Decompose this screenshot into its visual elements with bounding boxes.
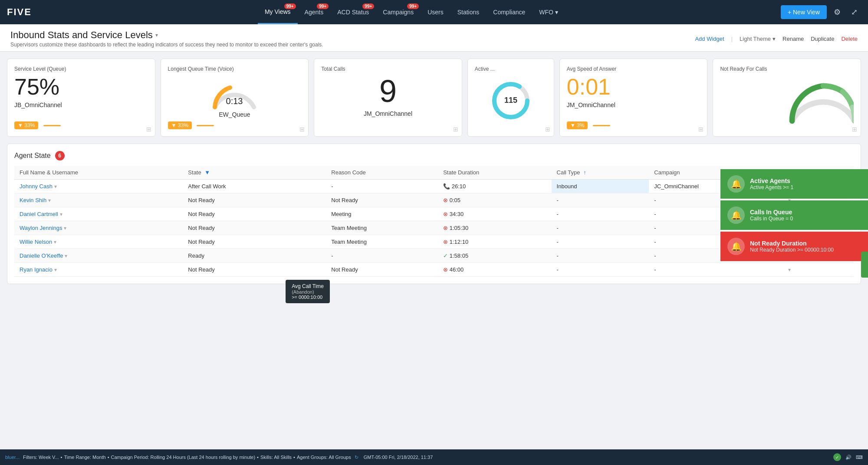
agent-chevron-icon[interactable]: ▾ bbox=[48, 197, 51, 203]
agent-name-cell: Kevin Shih ▾ bbox=[14, 193, 183, 207]
widget-not-ready-corner: ⊞ bbox=[852, 126, 857, 133]
agent-state-header: Agent State 6 bbox=[14, 151, 854, 160]
notif-calls-in-queue-text: Calls In Queue Calls in Queue = 0 bbox=[750, 209, 793, 222]
agent-name-link[interactable]: Willie Nelson bbox=[20, 239, 52, 245]
widget-longest-queue-title: Longest Queue Time (Voice) bbox=[168, 66, 302, 72]
x-circle-icon: ⊗ bbox=[443, 225, 448, 231]
not-ready-gauge bbox=[784, 75, 854, 128]
filter-settings-button[interactable]: ⚙ bbox=[830, 6, 844, 19]
svg-text:115: 115 bbox=[504, 96, 517, 105]
agent-filter-cell bbox=[301, 193, 326, 207]
widget-avg-speed-footer: ▼ 3% bbox=[567, 121, 610, 129]
col-state: State ▼ bbox=[183, 166, 300, 180]
widget-longest-queue-corner: ⊞ bbox=[299, 126, 305, 133]
dashboard-title-arrow[interactable]: ▾ bbox=[155, 32, 158, 38]
agent-state-count: 6 bbox=[55, 151, 65, 160]
agent-duration-cell: 📞 26:10 bbox=[438, 180, 551, 193]
agent-call-type-cell: Inbound bbox=[552, 180, 649, 193]
notif-calls-in-queue-bell: 🔔 bbox=[727, 206, 745, 224]
notif-not-ready-duration-subtitle: Not Ready Duration >= 00000:10:00 bbox=[750, 247, 834, 253]
service-level-badge: ▼ 33% bbox=[14, 121, 38, 129]
agent-filter-cell bbox=[301, 235, 326, 249]
agent-name-link[interactable]: Danielle O'Keeffe bbox=[20, 252, 63, 259]
nav-item-my-views[interactable]: My Views 99+ bbox=[258, 0, 298, 24]
widget-service-level-footer: ▼ 33% bbox=[14, 121, 61, 129]
agent-name-link[interactable]: Kevin Shih bbox=[20, 197, 46, 203]
rename-link[interactable]: Rename bbox=[783, 36, 804, 42]
notif-active-agents-title: Active Agents bbox=[750, 177, 793, 184]
theme-button[interactable]: Light Theme ▾ bbox=[740, 36, 776, 42]
agent-name-link[interactable]: Ryan Ignacio bbox=[20, 266, 53, 273]
new-view-button[interactable]: + New View bbox=[781, 5, 827, 19]
widget-avg-speed-title: Avg Speed of Answer bbox=[567, 66, 700, 72]
notif-not-ready-duration-title: Not Ready Duration bbox=[750, 240, 834, 247]
nav-item-compliance[interactable]: Compliance bbox=[486, 0, 532, 24]
agent-name-link[interactable]: Daniel Cartmell bbox=[20, 211, 58, 217]
widget-longest-queue: Longest Queue Time (Voice) 0:13 EW_Queue… bbox=[161, 59, 309, 137]
duplicate-link[interactable]: Duplicate bbox=[811, 36, 834, 42]
actions-dropdown-icon[interactable]: ▾ bbox=[788, 267, 791, 273]
widget-not-ready: Not Ready For Calls ⊞ bbox=[713, 59, 861, 137]
notif-not-ready-duration-bell: 🔔 bbox=[727, 238, 745, 255]
agent-chevron-icon[interactable]: ▾ bbox=[54, 267, 57, 273]
widget-total-calls: Total Calls 9 JM_OmniChannel ⊞ bbox=[314, 59, 462, 137]
agent-chevron-icon[interactable]: ▾ bbox=[60, 211, 62, 217]
expand-button[interactable]: ⤢ bbox=[848, 6, 861, 19]
agent-chevron-icon[interactable]: ▾ bbox=[54, 183, 57, 190]
nav-items: My Views 99+ Agents 99+ ACD Status 99+ C… bbox=[42, 0, 781, 24]
agent-name-cell: Daniel Cartmell ▾ bbox=[14, 207, 183, 221]
agent-duration-cell: ⊗ 46:00 bbox=[438, 263, 551, 277]
nav-item-stations[interactable]: Stations bbox=[450, 0, 487, 24]
active-donut-chart: 115 bbox=[489, 79, 533, 122]
state-filter-icon[interactable]: ▼ bbox=[204, 169, 210, 176]
agent-name-cell: Waylon Jennings ▾ bbox=[14, 221, 183, 235]
agent-chevron-icon[interactable]: ▾ bbox=[64, 225, 66, 231]
x-circle-icon: ⊗ bbox=[443, 211, 448, 217]
agent-filter-cell bbox=[301, 221, 326, 235]
x-circle-icon: ⊗ bbox=[443, 197, 448, 203]
dashboard-title: Inbound Stats and Service Levels ▾ bbox=[10, 29, 323, 41]
agent-state-cell: Not Ready bbox=[183, 193, 300, 207]
notif-active-agents[interactable]: 🔔 Active Agents Active Agents >= 1 bbox=[720, 169, 868, 199]
widget-longest-queue-footer: ▼ 33% bbox=[168, 121, 214, 129]
notif-active-agents-text: Active Agents Active Agents >= 1 bbox=[750, 177, 793, 190]
agent-filter-cell bbox=[301, 207, 326, 221]
acd-badge: 99+ bbox=[362, 3, 374, 9]
agent-call-type-cell: - bbox=[552, 207, 649, 221]
service-level-trend-line bbox=[43, 125, 61, 126]
agent-campaign-cell: - bbox=[649, 263, 783, 277]
call-type-sort-icon[interactable]: ↑ bbox=[583, 169, 586, 176]
agent-name-link[interactable]: Waylon Jennings bbox=[20, 225, 62, 231]
agent-state-cell: After Call Work bbox=[183, 180, 300, 193]
agent-chevron-icon[interactable]: ▾ bbox=[54, 239, 56, 245]
nav-item-users[interactable]: Users bbox=[421, 0, 450, 24]
check-circle-icon: ✓ bbox=[443, 252, 448, 259]
nav-item-acd-status[interactable]: ACD Status 99+ bbox=[330, 0, 376, 24]
agent-duration-cell: ✓ 1:58:05 bbox=[438, 249, 551, 263]
col-duration: State Duration bbox=[438, 166, 551, 180]
nav-item-wfo[interactable]: WFO ▾ bbox=[532, 0, 565, 24]
agent-chevron-icon[interactable]: ▾ bbox=[65, 253, 67, 259]
side-tooltip-tab[interactable] bbox=[861, 252, 868, 278]
agent-reason-cell: - bbox=[326, 249, 438, 263]
agent-name-link[interactable]: Johnny Cash bbox=[20, 183, 53, 190]
x-circle-icon: ⊗ bbox=[443, 239, 448, 245]
notif-calls-in-queue[interactable]: 🔔 Calls In Queue Calls in Queue = 0 bbox=[720, 200, 868, 230]
x-circle-icon: ⊗ bbox=[443, 266, 448, 273]
agent-call-type-cell: - bbox=[552, 235, 649, 249]
agent-reason-cell: Team Meeting bbox=[326, 235, 438, 249]
nav-item-agents[interactable]: Agents 99+ bbox=[298, 0, 331, 24]
agent-duration-cell: ⊗ 34:30 bbox=[438, 207, 551, 221]
delete-link[interactable]: Delete bbox=[841, 36, 858, 42]
nav-item-campaigns[interactable]: Campaigns 99+ bbox=[376, 0, 421, 24]
app-logo: FIVE bbox=[7, 7, 32, 18]
widget-service-level: Service Level (Queue) 75% JB_OmniChannel… bbox=[7, 59, 155, 137]
widget-service-level-value: 75% bbox=[14, 75, 148, 98]
widget-service-level-title: Service Level (Queue) bbox=[14, 66, 148, 72]
notification-panel: 🔔 Active Agents Active Agents >= 1 🔔 Cal… bbox=[720, 169, 868, 263]
add-widget-link[interactable]: Add Widget bbox=[695, 36, 724, 42]
widget-total-calls-value: 9 bbox=[321, 75, 455, 107]
notif-not-ready-duration[interactable]: 🔔 Not Ready Duration Not Ready Duration … bbox=[720, 232, 868, 261]
widget-total-calls-title: Total Calls bbox=[321, 66, 455, 72]
svg-text:0:13: 0:13 bbox=[226, 96, 243, 106]
